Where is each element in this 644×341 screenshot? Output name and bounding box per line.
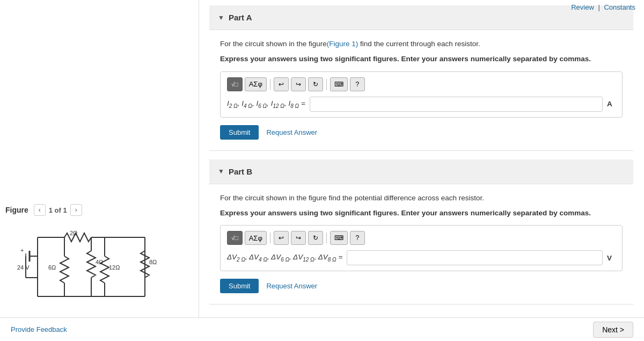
part-a-request-answer-link[interactable]: Request Answer <box>266 128 317 136</box>
figure-next-button[interactable]: › <box>70 204 82 216</box>
svg-text:12Ω: 12Ω <box>109 264 120 271</box>
figure-title: Figure <box>5 206 28 214</box>
part-a-question-text2: find the current through each resistor. <box>358 40 480 48</box>
part-b-answer-input[interactable] <box>347 250 603 265</box>
separator: | <box>598 3 599 11</box>
constants-link[interactable]: Constants <box>604 3 635 11</box>
figure-nav: ‹ 1 of 1 › <box>34 204 82 216</box>
part-b-input-row: ΔV2 Ω, ΔV4 Ω, ΔV6 Ω, ΔV12 Ω, ΔV8 Ω = V <box>227 250 616 265</box>
toolbar-sep-1b <box>270 233 270 243</box>
part-b-body: For the circuit shown in the figure find… <box>209 184 633 304</box>
part-b-toolbar: √□ ΑΣφ ↩ ↪ ↻ ⌨ ? <box>227 231 616 245</box>
keyboard-button-a[interactable]: ⌨ <box>330 77 348 91</box>
part-a-header[interactable]: ▼ Part A <box>209 5 633 30</box>
figure-panel: Figure ‹ 1 of 1 › <box>0 204 199 309</box>
figure-pagination: 1 of 1 <box>49 206 67 214</box>
main-content: ▼ Part A For the circuit shown in the fi… <box>199 0 644 341</box>
part-a-body: For the circuit shown in the figure(Figu… <box>209 30 633 150</box>
part-a-unit: A <box>607 100 616 108</box>
redo-button-b[interactable]: ↪ <box>291 231 306 245</box>
svg-text:2Ω: 2Ω <box>70 230 77 236</box>
svg-text:6Ω: 6Ω <box>48 264 56 271</box>
greek-button-a[interactable]: ΑΣφ <box>245 77 267 91</box>
part-a-label: Part A <box>229 13 252 22</box>
part-a-instruction: Express your answers using two significa… <box>220 54 623 64</box>
undo-button-b[interactable]: ↩ <box>274 231 289 245</box>
part-b-section: ▼ Part B For the circuit shown in the fi… <box>209 159 633 305</box>
part-b-input-label: ΔV2 Ω, ΔV4 Ω, ΔV6 Ω, ΔV12 Ω, ΔV8 Ω = <box>227 253 342 263</box>
part-b-arrow: ▼ <box>218 168 224 175</box>
provide-feedback-link[interactable]: Provide Feedback <box>11 325 67 333</box>
undo-button-a[interactable]: ↩ <box>274 77 289 91</box>
svg-text:24 V: 24 V <box>17 264 30 271</box>
top-bar: Review | Constants <box>571 3 635 11</box>
vertical-divider <box>199 0 199 317</box>
part-b-question: For the circuit shown in the figure find… <box>220 193 623 204</box>
part-a-toolbar: √□ ΑΣφ ↩ ↪ ↻ ⌨ ? <box>227 77 616 91</box>
part-a-arrow: ▼ <box>218 14 224 21</box>
part-a-input-row: I2 Ω, I4 Ω, I6 Ω, I12 Ω, I8 Ω = A <box>227 97 616 112</box>
part-a-input-label: I2 Ω, I4 Ω, I6 Ω, I12 Ω, I8 Ω = <box>227 99 305 109</box>
svg-text:8Ω: 8Ω <box>149 259 157 265</box>
part-a-section: ▼ Part A For the circuit shown in the fi… <box>209 5 633 151</box>
part-b-header[interactable]: ▼ Part B <box>209 159 633 184</box>
part-b-instruction: Express your answers using two significa… <box>220 208 623 219</box>
part-b-unit: V <box>607 254 616 262</box>
refresh-button-a[interactable]: ↻ <box>308 77 323 91</box>
review-link[interactable]: Review <box>571 3 594 11</box>
redo-button-a[interactable]: ↪ <box>291 77 306 91</box>
figure-header: Figure ‹ 1 of 1 › <box>5 204 199 216</box>
help-button-b[interactable]: ? <box>350 231 365 245</box>
part-b-actions: Submit Request Answer <box>220 279 623 293</box>
part-b-answer-box: √□ ΑΣφ ↩ ↪ ↻ ⌨ ? ΔV2 Ω, ΔV4 Ω, ΔV6 Ω, ΔV… <box>220 225 623 271</box>
part-a-question: For the circuit shown in the figure(Figu… <box>220 39 623 49</box>
svg-text:+: + <box>20 247 24 253</box>
circuit-diagram: + 24 V 2Ω 4Ω 8Ω 6Ω 12Ω <box>16 221 199 309</box>
part-a-answer-input[interactable] <box>310 97 603 112</box>
refresh-button-b[interactable]: ↻ <box>308 231 323 245</box>
part-b-request-answer-link[interactable]: Request Answer <box>266 282 317 290</box>
keyboard-button-b[interactable]: ⌨ <box>330 231 348 245</box>
part-a-answer-box: √□ ΑΣφ ↩ ↪ ↻ ⌨ ? I2 Ω, I4 Ω, I6 Ω, I12 Ω… <box>220 71 623 118</box>
help-button-a[interactable]: ? <box>350 77 365 91</box>
part-a-question-text1: For the circuit shown in the figure <box>220 40 327 48</box>
formula-button-b[interactable]: √□ <box>227 231 243 245</box>
figure-link-a[interactable]: (Figure 1) <box>327 40 358 48</box>
toolbar-sep-2a <box>326 79 327 90</box>
part-a-actions: Submit Request Answer <box>220 125 623 140</box>
part-b-submit-button[interactable]: Submit <box>220 279 259 293</box>
bottom-bar: Provide Feedback Next > <box>0 317 644 341</box>
part-b-label: Part B <box>229 167 252 176</box>
toolbar-sep-1a <box>270 79 270 90</box>
formula-button-a[interactable]: √□ <box>227 77 243 91</box>
figure-prev-button[interactable]: ‹ <box>34 204 46 216</box>
greek-button-b[interactable]: ΑΣφ <box>245 231 267 245</box>
next-button[interactable]: Next > <box>593 322 633 338</box>
part-a-submit-button[interactable]: Submit <box>220 125 259 140</box>
toolbar-sep-2b <box>326 233 327 243</box>
spacer <box>209 151 633 159</box>
svg-text:4Ω: 4Ω <box>96 259 103 265</box>
